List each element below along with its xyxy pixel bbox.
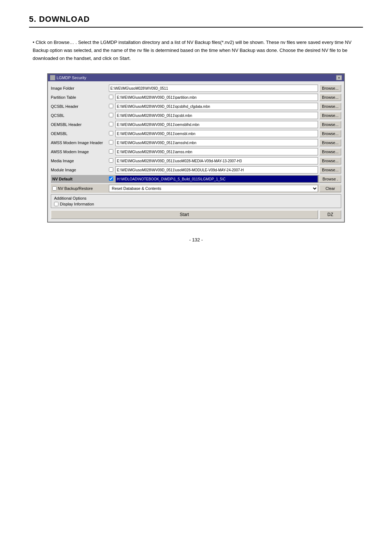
display-info-checkbox[interactable]	[54, 202, 58, 206]
instructions-text: Click on Browse… . Select the LGMDP inst…	[33, 38, 363, 62]
amss-modem-image-input[interactable]	[115, 148, 318, 155]
qcsbl-header-input[interactable]	[115, 103, 318, 110]
module-image-checkbox[interactable]	[109, 167, 113, 172]
page-number: - 132 -	[29, 237, 363, 243]
qcsbl-header-checkbox-wrap	[109, 104, 115, 109]
oemsbl-input[interactable]	[115, 130, 318, 137]
oemsbl-header-label: OEMSBL Header	[51, 122, 109, 127]
page-container: 5. DOWNLOAD Click on Browse… . Select th…	[0, 0, 392, 257]
amss-modem-image-header-label: AMSS Modem Image Header	[51, 140, 109, 145]
qcsbl-input[interactable]	[115, 112, 318, 119]
nv-backup-restore-row: NV Backup/Restore Reset Database & Conte…	[51, 184, 341, 193]
partition-table-input[interactable]	[115, 94, 318, 101]
dialog-icon	[50, 75, 55, 80]
clear-button[interactable]: Clear	[319, 185, 341, 192]
display-info-row: Display Information	[54, 202, 338, 206]
module-image-input[interactable]	[115, 166, 318, 174]
module-image-label: Module Image	[51, 168, 109, 172]
image-folder-row: Image Folder Browse...	[51, 84, 341, 92]
nv-backup-restore-label: NV Backup/Restore	[51, 186, 109, 191]
oemsbl-header-row: OEMSBL Header Browse...	[51, 121, 341, 129]
additional-options-title: Additional Options	[54, 196, 338, 200]
amss-modem-image-checkbox[interactable]	[109, 149, 113, 154]
media-image-input[interactable]	[115, 157, 318, 164]
amss-modem-image-header-row: AMSS Modem Image Header Browse...	[51, 139, 341, 147]
bottom-buttons-row: Start DZ	[51, 210, 341, 219]
amss-modem-image-checkbox-wrap	[109, 149, 115, 155]
amss-modem-image-browse-button[interactable]: Browse...	[319, 148, 341, 155]
qcsbl-checkbox[interactable]	[109, 113, 113, 117]
partition-table-checkbox[interactable]	[109, 95, 113, 99]
dialog-titlebar-title: LGMDP Security	[50, 75, 86, 80]
display-info-label: Display Information	[60, 202, 94, 206]
dialog-titlebar: LGMDP Security ×	[48, 74, 344, 81]
media-image-checkbox-wrap	[109, 158, 115, 164]
oemsbl-checkbox-wrap	[109, 131, 115, 137]
qcsbl-browse-button[interactable]: Browse...	[319, 112, 341, 119]
oemsbl-checkbox[interactable]	[109, 131, 113, 135]
nv-default-checkbox-wrap	[109, 176, 115, 182]
oemsbl-header-checkbox[interactable]	[109, 122, 113, 126]
oemsbl-label: OEMSBL	[51, 131, 109, 136]
media-image-browse-button[interactable]: Browse...	[319, 157, 341, 164]
nv-default-label: NV Default	[51, 177, 109, 181]
oemsbl-row: OEMSBL Browse...	[51, 130, 341, 138]
amss-modem-image-header-browse-button[interactable]: Browse...	[319, 139, 341, 146]
partition-table-checkbox-wrap	[109, 95, 115, 100]
qcsbl-row: QCSBL Browse...	[51, 111, 341, 119]
image-folder-label: Image Folder	[51, 86, 109, 90]
additional-options-panel: Additional Options Display Information	[51, 194, 341, 208]
media-image-row: Media Image Browse...	[51, 157, 341, 165]
partition-table-browse-button[interactable]: Browse...	[319, 94, 341, 101]
module-image-browse-button[interactable]: Browse...	[319, 166, 341, 174]
media-image-label: Media Image	[51, 159, 109, 163]
nv-backup-restore-dropdown[interactable]: Reset Database & Contents Backup Restore	[109, 185, 318, 192]
partition-table-label: Partition Table	[51, 95, 109, 99]
dz-button[interactable]: DZ	[319, 210, 341, 219]
nv-backup-restore-checkbox[interactable]	[52, 186, 57, 191]
qcsbl-header-row: QCSBL Header Browse...	[51, 102, 341, 110]
qcsbl-header-label: QCSBL Header	[51, 104, 109, 109]
instructions: Click on Browse… . Select the LGMDP inst…	[29, 38, 363, 62]
dialog-body: Image Folder Browse... Partition Table B…	[48, 81, 344, 222]
page-title: 5. DOWNLOAD	[29, 15, 363, 24]
module-image-row: Module Image Browse...	[51, 166, 341, 174]
oemsbl-header-browse-button[interactable]: Browse...	[319, 121, 341, 128]
dialog-close-button[interactable]: ×	[336, 75, 342, 80]
nv-default-row: NV Default Browse .	[51, 175, 341, 183]
title-divider	[29, 27, 363, 28]
image-folder-input[interactable]	[109, 85, 318, 92]
start-button[interactable]: Start	[51, 210, 318, 219]
qcsbl-label: QCSBL	[51, 113, 109, 118]
oemsbl-header-input[interactable]	[115, 121, 318, 128]
amss-modem-image-row: AMSS Modem Image Browse...	[51, 148, 341, 156]
dialog-window: LGMDP Security × Image Folder Browse... …	[47, 73, 345, 223]
partition-table-row: Partition Table Browse...	[51, 93, 341, 101]
media-image-checkbox[interactable]	[109, 158, 113, 163]
qcsbl-checkbox-wrap	[109, 113, 115, 118]
amss-modem-image-label: AMSS Modem Image	[51, 150, 109, 154]
image-folder-browse-button[interactable]: Browse...	[319, 85, 341, 92]
amss-modem-image-header-input[interactable]	[115, 139, 318, 146]
dialog-title-text: LGMDP Security	[57, 76, 86, 80]
qcsbl-header-checkbox[interactable]	[109, 104, 113, 108]
oemsbl-browse-button[interactable]: Browse...	[319, 130, 341, 137]
amss-modem-image-header-checkbox-wrap	[109, 140, 115, 146]
oemsbl-header-checkbox-wrap	[109, 122, 115, 127]
nv-default-browse-button[interactable]: Browse .	[319, 175, 341, 183]
module-image-checkbox-wrap	[109, 167, 115, 173]
qcsbl-header-browse-button[interactable]: Browse...	[319, 103, 341, 110]
nv-backup-restore-text: NV Backup/Restore	[58, 186, 93, 191]
nv-default-input[interactable]	[115, 175, 318, 183]
amss-modem-image-header-checkbox[interactable]	[109, 140, 113, 144]
nv-default-checkbox[interactable]	[109, 176, 113, 181]
